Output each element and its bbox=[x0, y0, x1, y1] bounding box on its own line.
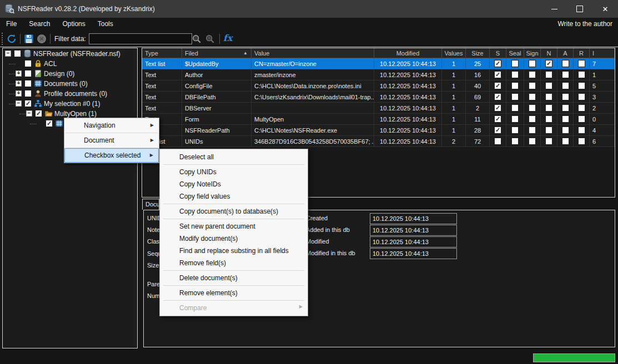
tree-checkbox[interactable]: ✓ bbox=[35, 110, 42, 117]
column-header-i[interactable]: I bbox=[590, 48, 615, 58]
submenu-item-copy-field-values[interactable]: Copy field values bbox=[160, 190, 308, 203]
tree-checkbox[interactable] bbox=[24, 70, 32, 77]
table-checkbox-sign[interactable] bbox=[529, 60, 536, 67]
table-checkbox-r[interactable] bbox=[578, 115, 585, 123]
table-checkbox-s[interactable]: ✓ bbox=[494, 93, 501, 100]
column-header-sign[interactable]: Sign bbox=[524, 48, 541, 58]
table-checkbox-a[interactable] bbox=[562, 93, 569, 100]
table-checkbox-seal[interactable] bbox=[511, 138, 519, 145]
field-value-added-in-this-db[interactable]: 10.12.2025 10:44:13 bbox=[370, 225, 457, 236]
submenu-item-remove-field-s-[interactable]: Remove field(s) bbox=[160, 257, 308, 269]
table-checkbox-a[interactable] bbox=[562, 60, 569, 67]
column-header-modified[interactable]: Modified bbox=[374, 48, 442, 58]
tree-item-profile-documents-0[interactable]: +Profile documents (0) bbox=[3, 89, 136, 99]
table-checkbox-r[interactable] bbox=[578, 93, 585, 100]
search-icon[interactable] bbox=[192, 34, 202, 44]
table-checkbox-seal[interactable] bbox=[511, 115, 519, 123]
tree-checkbox[interactable] bbox=[24, 90, 32, 97]
submenu-item-copy-unids[interactable]: Copy UNIDs bbox=[160, 166, 308, 178]
expand-plus-icon[interactable]: + bbox=[16, 70, 22, 77]
table-checkbox-a[interactable] bbox=[562, 115, 569, 123]
table-checkbox-n[interactable] bbox=[545, 82, 552, 89]
table-row[interactable]: TextAuthorzmaster/inzone10.12.2025 10:44… bbox=[142, 69, 615, 80]
tree-checkbox[interactable] bbox=[24, 60, 32, 67]
table-checkbox-s[interactable]: ✓ bbox=[494, 127, 501, 134]
table-row[interactable]: TextFormMultyOpen10.12.2025 10:44:13111✓… bbox=[142, 114, 615, 125]
table-checkbox-a[interactable] bbox=[562, 104, 569, 112]
table-checkbox-seal[interactable] bbox=[511, 82, 519, 89]
field-value-created[interactable]: 10.12.2025 10:44:13 bbox=[370, 213, 457, 224]
table-checkbox-r[interactable] bbox=[578, 71, 585, 78]
column-header-filed[interactable]: Filed▲ bbox=[182, 48, 252, 58]
table-checkbox-n[interactable]: ✓ bbox=[545, 60, 552, 67]
table-checkbox-r[interactable] bbox=[578, 60, 585, 67]
table-checkbox-sign[interactable] bbox=[529, 138, 536, 145]
table-checkbox-s[interactable]: ✓ bbox=[494, 60, 501, 67]
table-checkbox-n[interactable] bbox=[545, 138, 552, 145]
column-header-n[interactable]: N bbox=[541, 48, 557, 58]
submenu-item-set-new-parent-document[interactable]: Set new parent document bbox=[160, 220, 308, 232]
table-checkbox-seal[interactable] bbox=[511, 104, 519, 112]
expand-plus-icon[interactable]: + bbox=[16, 90, 22, 97]
tree-item-nsfreader-nsfreader-nsf[interactable]: −NSFReader (NSFReader.nsf) bbox=[3, 49, 136, 59]
tree-item-acl[interactable]: ACL bbox=[3, 59, 136, 69]
table-checkbox-seal[interactable] bbox=[511, 93, 519, 100]
tree-item-my-selection-0-1[interactable]: −✓My selection #0 (1) bbox=[3, 99, 136, 109]
column-header-seal[interactable]: Seal bbox=[506, 48, 524, 58]
submenu-item-find-and-replace-substing-in-all-fields[interactable]: Find and replace substing in all fields bbox=[160, 245, 308, 257]
refresh-icon[interactable] bbox=[7, 34, 17, 44]
table-checkbox-seal[interactable] bbox=[511, 60, 519, 67]
menubar-item-search[interactable]: Search bbox=[23, 18, 56, 28]
submenu-item-deselect-all[interactable]: Deselect all bbox=[160, 151, 308, 163]
write-to-author-link[interactable]: Write to the author bbox=[558, 20, 613, 28]
table-checkbox-seal[interactable] bbox=[511, 127, 519, 134]
table-row[interactable]: Text list$UpdatedByCN=zmaster/O=inzone10… bbox=[142, 58, 615, 69]
table-checkbox-n[interactable] bbox=[545, 71, 552, 78]
table-checkbox-sign[interactable] bbox=[529, 104, 536, 112]
submenu-item-modify-document-s-[interactable]: Modify document(s) bbox=[160, 232, 308, 245]
filter-input[interactable] bbox=[89, 33, 192, 44]
column-header-value[interactable]: Value bbox=[252, 48, 374, 58]
table-checkbox-seal[interactable] bbox=[511, 71, 519, 78]
collapse-minus-icon[interactable]: − bbox=[26, 110, 32, 117]
submenu-item-copy-document-s-to-database-s-[interactable]: Copy document(s) to database(s) bbox=[160, 205, 308, 218]
table-checkbox-sign[interactable] bbox=[529, 93, 536, 100]
column-header-values[interactable]: Values bbox=[442, 48, 466, 58]
toolbar-grip[interactable] bbox=[2, 33, 4, 45]
menu-item-checkbox-selected[interactable]: Checkbox selected▶ bbox=[64, 148, 159, 163]
table-checkbox-r[interactable] bbox=[578, 127, 585, 134]
table-checkbox-n[interactable] bbox=[545, 115, 552, 123]
table-row[interactable]: TextDBFilePathC:\Users\zKsandrix\Downloa… bbox=[142, 92, 615, 103]
table-checkbox-s[interactable]: ✓ bbox=[494, 115, 501, 123]
table-checkbox-a[interactable] bbox=[562, 127, 569, 134]
column-header-s[interactable]: S bbox=[490, 48, 506, 58]
table-checkbox-s[interactable]: ✓ bbox=[494, 104, 501, 112]
save-icon[interactable] bbox=[24, 34, 34, 44]
tree-item-documents-0[interactable]: +Documents (0) bbox=[3, 79, 136, 89]
submenu-item-copy-noteids[interactable]: Copy NoteIDs bbox=[160, 178, 308, 190]
fx-icon[interactable]: fx bbox=[223, 33, 232, 43]
table-row[interactable]: TextNSFReaderPathC:\HCL\Notes\NSFReader.… bbox=[142, 125, 615, 136]
table-row[interactable]: TextConfigFileC:\HCL\Notes\Data.inzone.p… bbox=[142, 80, 615, 92]
submenu-item-remove-element-s-[interactable]: Remove element(s) bbox=[160, 287, 308, 299]
column-header-size[interactable]: Size bbox=[466, 48, 490, 58]
column-header-a[interactable]: A bbox=[557, 48, 574, 58]
column-header-r[interactable]: R bbox=[574, 48, 590, 58]
table-checkbox-a[interactable] bbox=[562, 82, 569, 89]
submenu-item-delete-document-s-[interactable]: Delete document(s) bbox=[160, 272, 308, 284]
collapse-minus-icon[interactable]: − bbox=[5, 50, 11, 57]
table-checkbox-sign[interactable] bbox=[529, 115, 536, 123]
tree-item-design-0[interactable]: +Design (0) bbox=[3, 69, 136, 79]
column-header-type[interactable]: Type bbox=[142, 48, 182, 58]
table-row[interactable]: Text listUNIDs346B287D916C3B0543258D5700… bbox=[142, 136, 615, 147]
table-checkbox-r[interactable] bbox=[578, 82, 585, 89]
menubar-item-file[interactable]: File bbox=[0, 18, 23, 28]
table-row[interactable]: TextDBServer10.12.2025 10:44:1312✓2 bbox=[142, 103, 615, 114]
table-checkbox-n[interactable] bbox=[545, 127, 552, 134]
tree-checkbox[interactable] bbox=[24, 80, 32, 87]
menubar-item-tools[interactable]: Tools bbox=[92, 18, 119, 28]
tree-checkbox[interactable] bbox=[14, 50, 21, 57]
maximize-button[interactable] bbox=[567, 0, 592, 18]
menu-item-document[interactable]: Document▶ bbox=[64, 133, 159, 148]
table-checkbox-sign[interactable] bbox=[529, 82, 536, 89]
